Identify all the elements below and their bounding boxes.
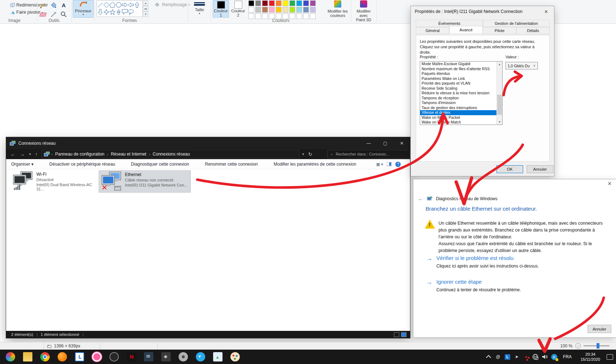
palette-swatch[interactable] bbox=[248, 0, 254, 6]
up-icon[interactable]: ↑ bbox=[35, 151, 38, 157]
palette-swatch[interactable] bbox=[283, 7, 288, 13]
volume-icon[interactable] bbox=[541, 354, 548, 360]
property-item[interactable]: Paramètres Wake on Link bbox=[420, 76, 502, 81]
text-icon[interactable]: A bbox=[59, 1, 68, 9]
shape-arrow-up-icon[interactable] bbox=[134, 1, 140, 8]
tab-pilote[interactable]: Pilote bbox=[483, 27, 516, 34]
network-no-internet-icon[interactable] bbox=[532, 354, 539, 360]
diagnostics-cancel-button[interactable]: Annuler bbox=[588, 325, 611, 333]
chrome-icon[interactable] bbox=[40, 352, 50, 361]
shape-fill-button[interactable]: Remplissage ▾ bbox=[154, 2, 190, 8]
property-item[interactable]: Nombre maximum de files d'attente RSS bbox=[420, 67, 502, 72]
breadcrumb-item[interactable]: Panneau de configuration bbox=[55, 152, 104, 157]
brushes-button[interactable]: Pinceaux ▾ bbox=[73, 0, 94, 18]
diagnostics-close-icon[interactable]: ✕ bbox=[607, 181, 612, 187]
property-item[interactable]: Wake on Magic Packet bbox=[420, 115, 502, 120]
property-item[interactable]: Wake on Pattern Match bbox=[420, 120, 502, 125]
palette-swatch[interactable] bbox=[255, 0, 261, 6]
palette-swatch[interactable] bbox=[269, 0, 275, 6]
view-options-icon[interactable]: ▦ ▾ bbox=[376, 162, 383, 167]
property-item[interactable]: Vitesse et duplex bbox=[420, 110, 502, 115]
property-item[interactable]: Tampons de réception bbox=[420, 96, 502, 101]
paint-app-icon[interactable] bbox=[230, 352, 240, 361]
value-dropdown[interactable]: 1,0 Gbit/s Du ∨ bbox=[505, 62, 538, 69]
diagnostics-back-icon[interactable]: ← bbox=[418, 195, 424, 202]
scroll-down-icon[interactable]: ▼ bbox=[497, 119, 502, 125]
refresh-icon[interactable]: ↻ bbox=[308, 152, 312, 157]
palette-swatch-empty[interactable] bbox=[310, 13, 316, 19]
color2-button[interactable]: Couleur 2 bbox=[230, 0, 246, 18]
palette-swatch[interactable] bbox=[303, 7, 309, 13]
zoom-out-icon[interactable]: − bbox=[575, 343, 581, 349]
size-button[interactable]: Taille ▾ bbox=[191, 0, 208, 18]
shape-star-4-icon[interactable] bbox=[103, 8, 109, 15]
palette-swatch[interactable] bbox=[289, 7, 295, 13]
rotate-button[interactable]: Faire pivoter ▾ bbox=[10, 10, 43, 15]
listbox-scrollbar[interactable]: ▲ ▼ bbox=[496, 62, 502, 125]
mail-app-icon[interactable] bbox=[144, 352, 153, 361]
property-listbox[interactable]: Mode Maître-Esclave GigabitNombre maximu… bbox=[420, 61, 503, 125]
notification-center-icon[interactable] bbox=[606, 354, 613, 360]
explorer-title-bar[interactable]: Connexions réseau — ▢ ✕ bbox=[6, 137, 410, 149]
back-icon[interactable]: ← bbox=[10, 151, 15, 157]
tab-gestion-de-l-alimentation[interactable]: Gestion de l'alimentation bbox=[483, 20, 550, 27]
command-bar-item[interactable]: Modifier les paramètres de cette connexi… bbox=[274, 162, 356, 167]
palette-swatch[interactable] bbox=[276, 0, 282, 6]
palette-swatch[interactable] bbox=[276, 7, 282, 13]
property-item[interactable]: Receive Side Scaling bbox=[420, 86, 502, 91]
close-button[interactable]: ✕ bbox=[394, 137, 410, 149]
shapes-gallery[interactable] bbox=[96, 0, 143, 17]
breadcrumb-item[interactable]: Réseau et Internet bbox=[111, 152, 147, 157]
shape-diamond-icon[interactable] bbox=[103, 1, 109, 8]
command-bar-item[interactable]: Diagnostiquer cette connexion bbox=[131, 162, 189, 167]
shape-star-6-icon[interactable] bbox=[116, 8, 122, 15]
help-icon[interactable]: ? bbox=[395, 162, 401, 167]
shape-callout-rect-icon[interactable] bbox=[122, 8, 128, 15]
color1-button[interactable]: Couleur 1 bbox=[213, 0, 229, 18]
tray-cursor-icon[interactable]: ➤ bbox=[513, 354, 520, 360]
zoom-slider-handle[interactable] bbox=[597, 343, 599, 349]
dialog-title-bar[interactable]: Propriétés de : Intel(R) I211 Gigabit Ne… bbox=[411, 6, 554, 17]
palette-swatch[interactable] bbox=[310, 7, 316, 13]
tray-app-icon[interactable]: @ bbox=[495, 354, 502, 360]
scrollbar-thumb[interactable] bbox=[497, 95, 502, 115]
property-item[interactable]: Priorité des paquets et VLAN bbox=[420, 81, 502, 86]
minimize-button[interactable]: — bbox=[360, 137, 377, 149]
pencil-icon[interactable] bbox=[39, 1, 47, 9]
shape-hexagon-icon[interactable] bbox=[116, 1, 122, 8]
paint3d-button[interactable]: Modifier avec Paint 3D bbox=[352, 0, 375, 20]
eraser-icon[interactable] bbox=[39, 10, 47, 19]
palette-swatch[interactable] bbox=[303, 0, 309, 6]
shape-star-5-icon[interactable] bbox=[109, 8, 116, 15]
palette-swatch[interactable] bbox=[248, 7, 254, 13]
shape-arrow-right-icon[interactable] bbox=[122, 1, 128, 8]
preview-pane-icon[interactable] bbox=[387, 162, 392, 166]
palette-swatch[interactable] bbox=[283, 0, 288, 6]
command-bar-item[interactable]: Renommer cette connexion bbox=[205, 162, 258, 167]
palette-swatch[interactable] bbox=[262, 0, 268, 6]
property-item[interactable]: Mode Maître-Esclave Gigabit bbox=[420, 62, 502, 67]
palette-swatch[interactable] bbox=[262, 7, 268, 13]
tray-blue-square-icon[interactable]: L bbox=[504, 354, 511, 360]
shape-pentagon-icon[interactable] bbox=[109, 1, 116, 8]
photos-app-icon[interactable] bbox=[213, 352, 222, 361]
language-indicator[interactable]: FRA bbox=[563, 354, 572, 359]
palette-swatch[interactable] bbox=[296, 0, 302, 6]
address-dropdown-icon[interactable]: ▾ bbox=[302, 152, 304, 156]
tray-red-dots-icon[interactable] bbox=[523, 354, 530, 360]
app-blue-l-icon[interactable] bbox=[75, 352, 84, 361]
shape-line-icon[interactable] bbox=[97, 1, 103, 8]
palette-swatch[interactable] bbox=[269, 7, 275, 13]
skip-step-link[interactable]: Ignorer cette étape bbox=[436, 279, 482, 285]
address-field[interactable]: ›Panneau de configuration›Réseau et Inte… bbox=[41, 150, 300, 158]
command-bar-item[interactable]: Organiser ▾ bbox=[11, 162, 33, 167]
fill-icon[interactable] bbox=[49, 1, 58, 9]
start-icon[interactable] bbox=[6, 352, 15, 361]
maximize-button[interactable]: ▢ bbox=[377, 137, 394, 149]
osu-icon[interactable] bbox=[92, 352, 102, 361]
dialog-close-icon[interactable]: ✕ bbox=[538, 6, 554, 17]
palette-swatch-empty[interactable] bbox=[303, 13, 309, 19]
telegram-icon[interactable] bbox=[196, 352, 205, 361]
tab-avanc-[interactable]: Avancé bbox=[449, 26, 483, 33]
property-item[interactable]: Réduire la vitesse à la mise hors tensio… bbox=[420, 91, 502, 96]
